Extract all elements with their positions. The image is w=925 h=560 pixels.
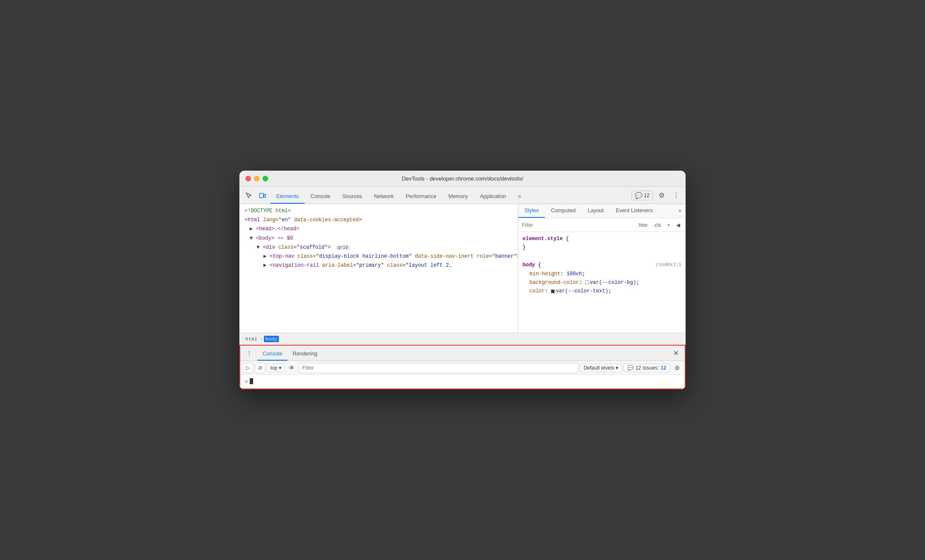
settings-button[interactable]: ⚙ [656,190,668,202]
head-line[interactable]: ▶ <head>…</head> [239,225,518,234]
clear-console-button[interactable]: ▷ [243,363,253,373]
console-prompt: > [245,378,248,385]
title-bar: DevTools - developer.chrome.com/docs/dev… [239,171,686,187]
issues-count-text: 12 Issues: [635,365,659,371]
tab-application[interactable]: Application [474,190,512,204]
drawer-header: ⋮ Console Rendering ✕ [240,346,685,361]
minimize-button[interactable] [254,176,260,181]
context-selector[interactable]: top ▾ [267,364,285,372]
scaffold-div-line[interactable]: ▼ <div class="scaffold"> grid [239,243,518,252]
styles-tabs: Styles Computed Layout Event Listeners » [518,204,686,218]
main-tabs: Elements Console Sources Network Perform… [270,187,630,204]
drawer-tab-console[interactable]: Console [257,348,287,361]
cls-button[interactable]: .cls [651,222,663,229]
styles-content: element.style { } body { (index):1 min-h… [518,232,686,333]
devtools-toolbar: Elements Console Sources Network Perform… [239,187,686,204]
issues-number-badge: 12 [661,365,666,371]
traffic-lights [245,176,268,181]
styles-filter-input[interactable] [522,222,633,228]
devtools-window: DevTools - developer.chrome.com/docs/dev… [239,171,686,389]
color-swatch-text [551,289,555,293]
css-prop-bg-color: background-color [529,280,579,286]
tab-event-listeners[interactable]: Event Listeners [610,204,659,218]
tab-sources[interactable]: Sources [336,190,368,204]
styles-filter-bar: :hov .cls + ◀ [518,218,686,232]
console-settings-button[interactable]: ⚙ [672,363,682,373]
element-style-close: } [523,243,681,252]
color-swatch-bg [585,280,589,284]
min-height-prop: min-height: 100vh; [523,270,681,278]
tab-computed[interactable]: Computed [545,204,582,218]
console-drawer: ⋮ Console Rendering ✕ ▷ ⊘ top ▾ 👁 Defaul… [239,345,686,389]
devtools-main-content: <!DOCTYPE html> <html lang="en" data-coo… [239,204,686,333]
default-levels-button[interactable]: Default levels ▾ [580,364,622,372]
breadcrumb-html[interactable]: html [244,336,259,342]
tab-styles[interactable]: Styles [518,204,545,218]
tab-elements[interactable]: Elements [270,190,305,204]
body-rule: body { (index):1 [523,261,681,269]
console-input-area[interactable]: > [240,375,685,388]
svg-rect-0 [260,193,263,198]
context-chevron-icon: ▾ [279,365,281,371]
close-button[interactable] [245,176,251,181]
console-toolbar: ▷ ⊘ top ▾ 👁 Default levels ▾ 💬 12 Issues… [240,361,685,375]
issues-icon-console: 💬 [627,365,634,371]
toolbar-right: 💬 12 ⚙ ⋮ [632,190,682,202]
elements-panel: <!DOCTYPE html> <html lang="en" data-coo… [239,204,518,333]
context-label: top [270,365,278,371]
maximize-button[interactable] [263,176,268,181]
color-prop: color: var(--color-text); [523,287,681,295]
drawer-menu-button[interactable]: ⋮ [244,348,255,359]
html-line[interactable]: <html lang="en" data-cookies-accepted> [239,216,518,225]
css-prop-min-height: min-height [529,271,560,277]
breadcrumb-separator: › [260,336,263,342]
add-style-rule-button[interactable]: + [665,222,672,229]
devtools-panel: Elements Console Sources Network Perform… [239,187,686,389]
topnav-line[interactable]: ▶ <top-nav class="display-block hairline… [239,252,518,261]
styles-panel: Styles Computed Layout Event Listeners »… [518,204,686,333]
styles-tabs-more[interactable]: » [674,204,686,218]
tab-console[interactable]: Console [305,190,336,204]
element-style-selector: element.style [523,236,563,242]
doctype-line: <!DOCTYPE html> [239,207,518,216]
body-line[interactable]: ▼ <body> == $0 [239,234,518,243]
issues-count-button[interactable]: 💬 12 Issues: 12 [623,364,670,372]
hov-button[interactable]: :hov [635,222,650,229]
element-style-rule: element.style { [523,235,681,243]
console-filter-input[interactable] [299,363,578,373]
drawer-tabs: Console Rendering [257,346,323,361]
console-cursor [250,378,253,384]
breadcrumb-bar: html › body [239,333,686,345]
block-icon-button[interactable]: ⊘ [255,363,265,373]
issues-icon: 💬 [635,192,642,199]
drawer-close-button[interactable]: ✕ [670,348,681,359]
tab-more[interactable]: » [512,190,527,204]
css-value-bg-color: var(--color-bg) [590,280,636,286]
toggle-sidebar-button[interactable]: ◀ [674,222,682,229]
tab-performance[interactable]: Performance [400,190,443,204]
tab-layout[interactable]: Layout [582,204,610,218]
more-options-button[interactable]: ⋮ [670,190,682,202]
levels-chevron-icon: ▾ [616,365,618,371]
issues-badge[interactable]: 💬 12 [632,191,653,200]
css-value-min-height: 100vh [566,271,582,277]
css-value-color: var(--color-text) [556,288,608,294]
body-selector: body [523,262,535,268]
source-link[interactable]: (index):1 [656,261,681,269]
nav-rail-line[interactable]: ▶ <navigation-rail aria-label="primary" … [239,261,518,270]
tab-network[interactable]: Network [368,190,400,204]
svg-rect-1 [264,194,266,197]
device-toolbar-button[interactable] [257,190,269,202]
breadcrumb-body[interactable]: body [264,336,279,342]
css-prop-color: color [529,288,545,294]
filter-controls: :hov .cls + ◀ [635,222,682,229]
window-title: DevTools - developer.chrome.com/docs/dev… [402,175,523,182]
eye-button[interactable]: 👁 [287,363,297,373]
tab-memory[interactable]: Memory [442,190,474,204]
inspect-element-button[interactable] [243,190,255,202]
issues-count-label: 12 [644,193,650,199]
bg-color-prop: background-color: var(--color-bg); [523,278,681,287]
levels-label: Default levels [583,365,614,371]
drawer-tab-rendering[interactable]: Rendering [287,348,323,361]
